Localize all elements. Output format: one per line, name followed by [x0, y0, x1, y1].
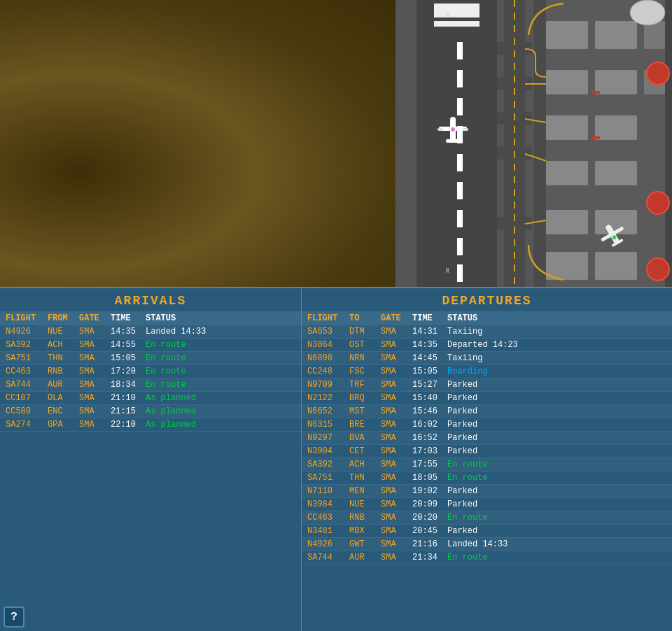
terrain-left	[0, 0, 396, 287]
flight-cell: N3984	[307, 499, 349, 509]
svg-rect-5	[457, 70, 463, 87]
table-row: SA751 THN SMA 15:05 En route	[0, 352, 301, 365]
svg-rect-28	[595, 115, 637, 140]
flight-cell: SA744	[6, 380, 48, 390]
bottom-panel: ARRIVALS FLIGHT FROM GATE TIME STATUS N4…	[0, 287, 672, 631]
arrivals-title: ARRIVALS	[0, 288, 301, 311]
flight-cell: CC463	[307, 513, 349, 523]
to-cell: GWT	[349, 539, 381, 549]
to-cell: CET	[349, 446, 381, 456]
status-cell: Parked	[447, 446, 587, 456]
svg-rect-9	[457, 182, 463, 199]
gate-cell: SMA	[381, 420, 412, 430]
arrivals-header: FLIGHT FROM GATE TIME STATUS	[0, 311, 301, 325]
table-row: SA744 AUR SMA 18:34 En route	[0, 378, 301, 392]
svg-rect-22	[595, 21, 637, 49]
gate-cell: SMA	[381, 526, 412, 536]
flight-cell: SA392	[6, 340, 48, 350]
to-cell: FSC	[349, 367, 381, 376]
time-cell: 14:35	[111, 327, 146, 336]
status-cell: Parked	[447, 380, 587, 390]
table-row: N3481 MBX SMA 20:45 Parked	[302, 525, 672, 538]
from-cell: GPA	[48, 420, 79, 430]
svg-text:R: R	[446, 13, 449, 19]
to-cell: THN	[349, 473, 381, 483]
status-cell: En route	[447, 460, 587, 469]
flight-cell: N9709	[307, 380, 349, 390]
table-row: N4926 NUE SMA 14:35 Landed 14:33	[0, 325, 301, 339]
to-cell: NUE	[349, 499, 381, 509]
svg-rect-10	[457, 210, 463, 227]
svg-rect-3	[434, 21, 479, 27]
gate-cell: SMA	[79, 340, 111, 350]
airport-svg: R R	[396, 0, 672, 287]
flight-cell: SA274	[6, 420, 48, 430]
table-row: SA392 ACH SMA 14:55 En route	[0, 339, 301, 352]
flight-cell: SA751	[6, 353, 48, 363]
svg-rect-27	[546, 115, 588, 140]
time-cell: 14:45	[412, 353, 447, 363]
table-row: SA274 GPA SMA 22:10 As planned	[0, 418, 301, 432]
gate-cell: SMA	[381, 393, 412, 403]
departures-col-status: STATUS	[447, 313, 587, 323]
flight-cell: N7110	[307, 486, 349, 496]
flight-cell: N6315	[307, 420, 349, 430]
flight-cell: CC248	[307, 367, 349, 376]
table-row: CC463 RNB SMA 17:20 En route	[0, 365, 301, 378]
table-row: SA751 THN SMA 18:05 En route	[302, 472, 672, 485]
table-row: N7110 MEN SMA 19:02 Parked	[302, 485, 672, 498]
table-row: N3904 CET SMA 17:03 Parked	[302, 445, 672, 458]
gate-cell: SMA	[381, 446, 412, 456]
gate-cell: SMA	[381, 473, 412, 483]
svg-point-39	[647, 62, 669, 85]
arrivals-col-status: STATUS	[146, 313, 251, 323]
table-row: N2122 BRQ SMA 15:40 Parked	[302, 392, 672, 405]
time-cell: 20:20	[412, 513, 447, 523]
from-cell: ACH	[48, 340, 79, 350]
gate-cell: SMA	[79, 420, 111, 430]
status-cell: Parked	[447, 420, 587, 430]
status-cell: Parked	[447, 406, 587, 416]
status-cell: Parked	[447, 499, 587, 509]
svg-rect-8	[457, 154, 463, 171]
svg-rect-36	[665, 0, 672, 287]
help-button[interactable]: ?	[4, 607, 24, 628]
status-cell: En route	[146, 353, 251, 363]
time-cell: 15:27	[412, 380, 447, 390]
table-row: CC580 ENC SMA 21:15 As planned	[0, 405, 301, 418]
status-cell: Departed 14:23	[447, 340, 587, 350]
status-cell: As planned	[146, 420, 251, 430]
svg-rect-38	[592, 136, 600, 139]
to-cell: BRQ	[349, 393, 381, 403]
from-cell: OLA	[48, 393, 79, 403]
to-cell: TRF	[349, 380, 381, 390]
table-row: CC107 OLA SMA 21:10 As planned	[0, 392, 301, 405]
arrivals-panel: ARRIVALS FLIGHT FROM GATE TIME STATUS N4…	[0, 287, 301, 631]
from-cell: AUR	[48, 380, 79, 390]
svg-rect-12	[457, 264, 463, 282]
svg-rect-2	[434, 3, 479, 17]
flight-cell: N6898	[307, 353, 349, 363]
svg-rect-33	[546, 252, 588, 280]
to-cell: ACH	[349, 460, 381, 469]
departures-col-gate: GATE	[381, 313, 412, 323]
table-row: N6315 BRE SMA 16:02 Parked	[302, 418, 672, 432]
status-cell: As planned	[146, 406, 251, 416]
status-cell: Parked	[447, 433, 587, 443]
status-cell: Boarding	[447, 367, 587, 376]
svg-rect-35	[533, 0, 546, 287]
from-cell: NUE	[48, 327, 79, 336]
status-cell: Parked	[447, 393, 587, 403]
gate-cell: SMA	[381, 539, 412, 549]
flight-cell: N9297	[307, 433, 349, 443]
flight-cell: N4926	[307, 539, 349, 549]
gate-cell: SMA	[79, 353, 111, 363]
from-cell: RNB	[48, 367, 79, 376]
table-row: N6652 MST SMA 15:46 Parked	[302, 405, 672, 418]
arrivals-table-body: N4926 NUE SMA 14:35 Landed 14:33 SA392 A…	[0, 325, 301, 432]
gate-cell: SMA	[381, 553, 412, 562]
svg-text:R: R	[446, 268, 449, 274]
status-cell: Landed 14:33	[447, 539, 587, 549]
gate-cell: SMA	[381, 433, 412, 443]
time-cell: 18:34	[111, 380, 146, 390]
